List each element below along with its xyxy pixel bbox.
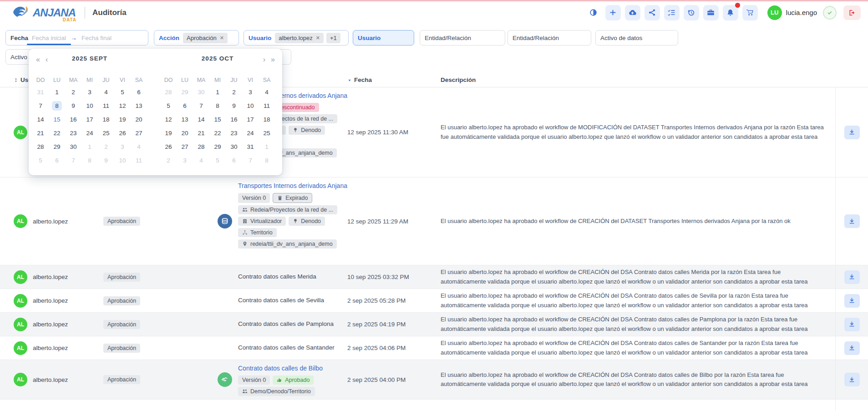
filter-usuario-2[interactable]: Usuario xyxy=(353,30,414,46)
calendar-day[interactable]: 17 xyxy=(81,112,98,126)
filter-activo-de-datos[interactable]: Activo de datos xyxy=(595,30,678,46)
calendar-day[interactable]: 11 xyxy=(131,153,147,167)
calendar-day[interactable]: 2 xyxy=(65,85,81,99)
calendar-day[interactable]: 31 xyxy=(32,85,49,99)
sort-icon[interactable] xyxy=(14,77,18,83)
calendar-day[interactable]: 30 xyxy=(65,140,81,153)
contrast-button[interactable] xyxy=(586,5,601,20)
calendar-day[interactable]: 31 xyxy=(242,140,259,153)
calendar-day[interactable]: 14 xyxy=(32,112,49,126)
calendar-day[interactable]: 13 xyxy=(177,112,193,126)
calendar-day[interactable]: 30 xyxy=(193,85,209,99)
calendar-prev-icon[interactable]: ‹ xyxy=(46,56,48,63)
calendar-day[interactable]: 5 xyxy=(32,153,49,167)
calendar-day[interactable]: 18 xyxy=(98,112,114,126)
calendar-day[interactable]: 5 xyxy=(114,85,131,99)
calendar-day[interactable]: 6 xyxy=(226,153,242,167)
calendar-day[interactable]: 28 xyxy=(160,85,177,99)
calendar-day[interactable]: 29 xyxy=(49,140,65,153)
asset-title[interactable]: Transportes Internos derivados Anjana xyxy=(238,182,347,190)
calendar-day[interactable]: 11 xyxy=(98,99,114,112)
notifications-button[interactable] xyxy=(723,5,738,20)
calendar-day[interactable]: 1 xyxy=(49,85,65,99)
calendar-day[interactable]: 10 xyxy=(114,153,131,167)
anjana-logo[interactable]: ANJANA DATA xyxy=(12,5,76,20)
download-button[interactable] xyxy=(844,270,860,284)
calendar-day[interactable]: 6 xyxy=(131,85,147,99)
calendar-day-today[interactable]: 15 xyxy=(49,112,65,126)
filter-entidad-relacion-1[interactable]: Entidad/Relación xyxy=(420,30,505,46)
calendar-day[interactable]: 3 xyxy=(177,153,193,167)
calendar-day[interactable]: 20 xyxy=(177,126,193,140)
calendar-day[interactable]: 4 xyxy=(193,153,209,167)
calendar-day[interactable]: 21 xyxy=(193,126,209,140)
calendar-day[interactable]: 7 xyxy=(65,153,81,167)
calendar-day[interactable]: 4 xyxy=(259,85,275,99)
calendar-day[interactable]: 7 xyxy=(32,99,49,112)
calendar-day[interactable]: 25 xyxy=(259,126,275,140)
calendar-day[interactable]: 29 xyxy=(177,85,193,99)
calendar-day[interactable]: 4 xyxy=(98,85,114,99)
calendar-day[interactable]: 3 xyxy=(242,85,259,99)
fecha-final-input[interactable]: Fecha final xyxy=(81,35,112,41)
calendar-day[interactable]: 25 xyxy=(98,126,114,140)
header-fecha[interactable]: Fecha xyxy=(347,76,441,83)
download-button[interactable] xyxy=(844,341,860,355)
calendar-day[interactable]: 7 xyxy=(242,153,259,167)
calendar-day[interactable]: 6 xyxy=(49,153,65,167)
calendar-day[interactable]: 27 xyxy=(177,140,193,153)
filter-chip-aprobacion[interactable]: Aprobación ✕ xyxy=(183,33,228,43)
calendar-day[interactable]: 24 xyxy=(81,126,98,140)
calendar-day[interactable]: 10 xyxy=(81,99,98,112)
remove-icon[interactable]: ✕ xyxy=(316,35,320,41)
calendar-day[interactable]: 21 xyxy=(32,126,49,140)
calendar-day[interactable]: 12 xyxy=(160,112,177,126)
calendar-day[interactable]: 22 xyxy=(49,126,65,140)
calendar-day[interactable]: 15 xyxy=(209,112,226,126)
calendar-last-icon[interactable]: » xyxy=(271,56,275,63)
checklist-button[interactable] xyxy=(664,5,680,20)
download-button[interactable] xyxy=(844,214,860,228)
download-button[interactable] xyxy=(844,373,860,386)
filter-chip-more-count[interactable]: +1 xyxy=(326,33,340,43)
calendar-day[interactable]: 5 xyxy=(160,99,177,112)
calendar-day[interactable]: 2 xyxy=(160,153,177,167)
download-button[interactable] xyxy=(844,294,860,308)
calendar-day-selected[interactable]: 8 xyxy=(49,99,65,112)
add-button[interactable] xyxy=(605,5,621,20)
calendar-day[interactable]: 30 xyxy=(226,140,242,153)
calendar-day[interactable]: 9 xyxy=(226,99,242,112)
filter-fecha[interactable]: Fecha Fecha inicial → Fecha final xyxy=(5,30,148,46)
calendar-day[interactable]: 29 xyxy=(209,140,226,153)
filter-entidad-relacion-2[interactable]: Entidad/Relación xyxy=(508,30,591,46)
filter-accion[interactable]: Acción Aprobación ✕ xyxy=(154,30,239,46)
calendar-day[interactable]: 19 xyxy=(114,112,131,126)
sort-desc-icon[interactable] xyxy=(347,78,352,82)
calendar-day[interactable]: 23 xyxy=(226,126,242,140)
fecha-inicial-input[interactable]: Fecha inicial xyxy=(32,35,66,41)
user-menu[interactable]: LU lucia.engo xyxy=(767,5,817,20)
calendar-next-icon[interactable]: › xyxy=(263,56,265,63)
calendar-day[interactable]: 12 xyxy=(114,99,131,112)
calendar-day[interactable]: 28 xyxy=(193,140,209,153)
calendar-day[interactable]: 1 xyxy=(81,140,98,153)
briefcase-button[interactable] xyxy=(703,5,719,20)
calendar-day[interactable]: 23 xyxy=(65,126,81,140)
calendar-day[interactable]: 1 xyxy=(259,140,275,153)
calendar-day[interactable]: 9 xyxy=(65,99,81,112)
share-button[interactable] xyxy=(645,5,660,20)
calendar-day[interactable]: 11 xyxy=(259,99,275,112)
cloud-upload-button[interactable] xyxy=(625,5,640,20)
calendar-first-icon[interactable]: « xyxy=(36,56,40,63)
cart-button[interactable] xyxy=(742,5,758,20)
download-button[interactable] xyxy=(844,126,860,139)
calendar-day[interactable]: 20 xyxy=(131,112,147,126)
calendar-day[interactable]: 16 xyxy=(226,112,242,126)
download-button[interactable] xyxy=(844,318,860,331)
asset-title[interactable]: Contrato datos calles de Bilbo xyxy=(238,365,347,373)
calendar-day[interactable]: 2 xyxy=(226,85,242,99)
history-button[interactable] xyxy=(684,5,699,20)
calendar-day[interactable]: 22 xyxy=(209,126,226,140)
calendar-day[interactable]: 3 xyxy=(114,140,131,153)
calendar-day[interactable]: 2 xyxy=(98,140,114,153)
